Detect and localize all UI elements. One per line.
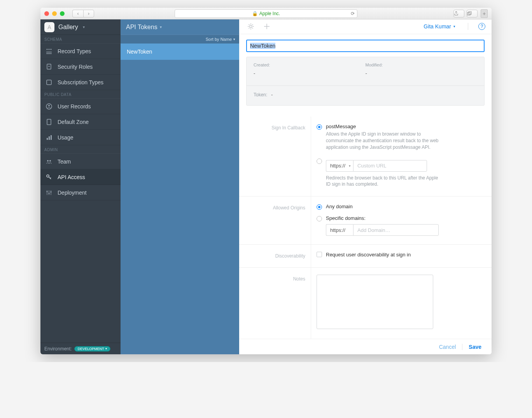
- section-allowed-origins: Allowed Origins Any domain Specific doma…: [239, 197, 492, 245]
- checkbox-input[interactable]: [317, 252, 322, 257]
- radio-postmessage[interactable]: postMessage Allows the Apple ID sign in …: [317, 124, 481, 150]
- token-name: NewToken: [127, 49, 152, 55]
- radio-label: postMessage: [326, 124, 439, 129]
- minimize-window-button[interactable]: [52, 11, 57, 16]
- detail-header: Gita Kumar ▾ ?: [239, 19, 492, 34]
- sidebar-item-label: Deployment: [58, 190, 87, 196]
- svg-point-16: [47, 191, 48, 192]
- section-label: Sign In Callback: [239, 117, 311, 196]
- svg-rect-10: [47, 138, 48, 140]
- sidebar-item-subscription-types[interactable]: Subscription Types: [40, 75, 121, 90]
- sort-control[interactable]: Sort by Name ▾: [121, 35, 239, 44]
- token-list-item[interactable]: NewToken: [121, 44, 239, 60]
- checkbox-label: Request user discoverability at sign in: [326, 252, 411, 258]
- record-types-icon: [45, 47, 53, 55]
- radio-custom-url[interactable]: https:// ▾ Redirects the browser back to…: [317, 158, 481, 188]
- close-window-button[interactable]: [44, 11, 49, 16]
- radio-specific-domains[interactable]: Specific domains: https://: [317, 215, 481, 236]
- url-scheme-select[interactable]: https:// ▾: [326, 160, 353, 172]
- new-tab-button[interactable]: +: [481, 9, 488, 18]
- section-header-admin: ADMIN: [40, 145, 121, 154]
- zone-icon: [45, 118, 53, 126]
- cancel-button[interactable]: Cancel: [436, 342, 459, 352]
- sidebar-item-deployment[interactable]: Deployment: [40, 185, 121, 200]
- sort-label: Sort by Name: [206, 37, 232, 42]
- discoverability-checkbox-row[interactable]: Request user discoverability at sign in: [317, 252, 481, 258]
- token-label: Token:: [254, 92, 267, 98]
- svg-rect-9: [47, 119, 51, 125]
- radio-input[interactable]: [317, 124, 322, 130]
- svg-point-17: [49, 193, 50, 194]
- radio-input[interactable]: [317, 216, 322, 221]
- radio-any-domain[interactable]: Any domain: [317, 204, 481, 210]
- chevron-down-icon: ▾: [160, 25, 162, 29]
- section-header-schema: SCHEMA: [40, 35, 121, 44]
- radio-input[interactable]: [317, 158, 322, 164]
- add-domain-input[interactable]: [353, 224, 439, 236]
- address-bar[interactable]: 🔒 Apple Inc. ⟳: [175, 9, 357, 18]
- svg-point-4: [51, 49, 52, 50]
- sidebar-item-user-records[interactable]: User Records: [40, 99, 121, 114]
- notes-textarea[interactable]: [317, 275, 433, 329]
- sidebar-item-label: Team: [58, 158, 71, 165]
- window-controls: [44, 11, 65, 16]
- tokens-title: API Tokens: [126, 24, 158, 31]
- zoom-window-button[interactable]: [60, 11, 65, 16]
- tokens-panel: API Tokens ▾ Sort by Name ▾ NewToken: [121, 19, 239, 354]
- bar-chart-icon: [45, 134, 53, 141]
- detail-pane: Gita Kumar ▾ ? Created: - Modified:: [239, 19, 492, 354]
- help-button[interactable]: ?: [478, 23, 485, 30]
- created-label: Created:: [254, 63, 366, 67]
- token-name-input[interactable]: [246, 40, 485, 52]
- custom-url-input[interactable]: [353, 160, 427, 172]
- app-window: ‹ › 🔒 Apple Inc. ⟳ + A Gallery ▾ SCH: [40, 8, 492, 354]
- tabs-button[interactable]: [467, 10, 478, 17]
- sidebar-item-security-roles[interactable]: Security Roles: [40, 59, 121, 75]
- radio-description: Redirects the browser back to this URL a…: [326, 175, 439, 188]
- section-discoverability: Discoverability Request user discoverabi…: [239, 245, 492, 268]
- gear-icon[interactable]: [247, 23, 255, 30]
- environment-label: Environment:: [44, 346, 72, 352]
- sidebar-item-default-zone[interactable]: Default Zone: [40, 114, 121, 130]
- lock-icon: 🔒: [252, 11, 258, 16]
- sidebar-item-label: Record Types: [58, 48, 91, 54]
- user-name: Gita Kumar: [424, 23, 451, 30]
- app-switcher[interactable]: A Gallery ▾: [40, 19, 121, 35]
- svg-point-18: [51, 191, 52, 192]
- svg-rect-12: [51, 135, 52, 140]
- sidebar: A Gallery ▾ SCHEMA Record Types Security…: [40, 19, 121, 354]
- sidebar-item-team[interactable]: Team: [40, 154, 121, 169]
- reload-icon[interactable]: ⟳: [351, 11, 355, 16]
- sidebar-item-label: Security Roles: [58, 64, 93, 70]
- sidebar-item-record-types[interactable]: Record Types: [40, 44, 121, 59]
- nav-forward-button[interactable]: ›: [83, 10, 94, 17]
- nav-back-button[interactable]: ‹: [72, 10, 83, 17]
- chevron-down-icon: ▾: [233, 37, 235, 41]
- radio-label: Any domain: [326, 204, 353, 209]
- team-icon: [45, 158, 53, 165]
- svg-point-8: [48, 105, 50, 106]
- sidebar-item-label: Usage: [58, 134, 73, 141]
- section-label: Notes: [239, 268, 311, 339]
- modified-value: -: [366, 70, 478, 76]
- add-button[interactable]: [263, 23, 270, 30]
- detail-footer: Cancel Save: [239, 339, 492, 354]
- save-button[interactable]: Save: [466, 342, 485, 352]
- user-menu[interactable]: Gita Kumar ▾: [424, 23, 455, 30]
- radio-input[interactable]: [317, 204, 322, 210]
- subscription-icon: [45, 78, 53, 86]
- section-sign-in-callback: Sign In Callback postMessage Allows the …: [239, 117, 492, 197]
- share-button[interactable]: [453, 10, 464, 17]
- chevron-down-icon: ▾: [83, 25, 85, 29]
- section-header-public-data: PUBLIC DATA: [40, 90, 121, 99]
- svg-rect-11: [49, 136, 50, 140]
- chevron-down-icon: ▾: [453, 24, 455, 28]
- sliders-icon: [45, 189, 53, 197]
- tokens-panel-header[interactable]: API Tokens ▾: [121, 19, 239, 35]
- divider: [468, 23, 468, 30]
- address-host: Apple Inc.: [259, 11, 280, 16]
- sidebar-item-usage[interactable]: Usage: [40, 130, 121, 145]
- sidebar-item-api-access[interactable]: API Access: [40, 169, 121, 185]
- divider: [462, 344, 462, 350]
- environment-badge[interactable]: DEVELOPMENT ▾: [74, 346, 110, 352]
